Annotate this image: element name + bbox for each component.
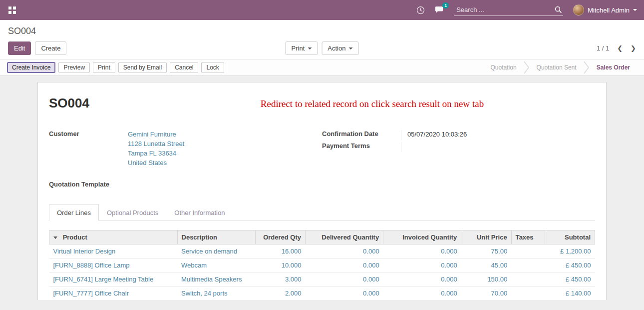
header-taxes[interactable]: Taxes	[511, 230, 545, 244]
cell-product[interactable]: Virtual Interior Design	[49, 244, 178, 258]
print-button[interactable]: Print	[93, 62, 115, 73]
cell-description: Switch, 24 ports	[177, 286, 255, 300]
customer-address-line: Tampa FL 33634	[128, 149, 184, 158]
pager-next-icon[interactable]: ❯	[631, 44, 636, 52]
status-pipeline: Quotation Quotation Sent Sales Order	[484, 61, 637, 74]
payment-terms-value	[401, 142, 407, 152]
table-header-row: Product Description Ordered Qty Delivere…	[49, 230, 595, 244]
cell-taxes	[511, 244, 545, 258]
tab-optional-products[interactable]: Optional Products	[99, 204, 166, 221]
stage-separator-icon	[524, 61, 530, 74]
cancel-button[interactable]: Cancel	[170, 62, 198, 73]
cell-ordered-qty: 2.000	[255, 286, 305, 300]
search-input[interactable]	[455, 6, 555, 14]
cell-delivered-qty: 0.000	[306, 244, 383, 258]
customer-name-link[interactable]: Gemini Furniture	[128, 130, 184, 140]
apps-menu-icon[interactable]	[7, 5, 17, 15]
chevron-down-icon	[633, 9, 637, 11]
notebook-tabs: Order Lines Optional Products Other Info…	[49, 204, 595, 221]
left-field-column: Customer Gemini Furniture 1128 Lunetta S…	[49, 129, 322, 189]
header-delivered-quantity[interactable]: Delivered Quantity	[306, 230, 383, 244]
cell-product[interactable]: [FURN_7777] Office Chair	[49, 286, 178, 300]
cell-unit-price: 150.00	[461, 272, 511, 286]
cell-delivered-qty: 0.000	[306, 286, 383, 300]
cell-unit-price: 75.00	[461, 244, 511, 258]
user-name: Mitchell Admin	[588, 6, 630, 14]
action-dropdown-button[interactable]: Action	[322, 42, 358, 55]
messages-count-badge: 1	[442, 2, 449, 8]
right-field-column: Confirmation Date 05/07/2020 10:03:26 Pa…	[322, 129, 595, 189]
cell-invoiced-qty: 0.000	[383, 286, 461, 300]
header-product[interactable]: Product	[49, 230, 178, 244]
cell-ordered-qty: 10.000	[255, 258, 305, 272]
sale-order-form-sheet: SO004 Redirect to related record on clic…	[37, 82, 607, 300]
cell-subtotal: £ 450.00	[545, 258, 595, 272]
cell-invoiced-qty: 0.000	[383, 258, 461, 272]
cell-taxes	[511, 286, 545, 300]
cell-ordered-qty: 16.000	[255, 244, 305, 258]
stage-quotation[interactable]: Quotation	[484, 64, 524, 71]
page-title: SO004	[49, 96, 89, 111]
confirmation-date-value: 05/07/2020 10:03:26	[401, 130, 467, 140]
create-button[interactable]: Create	[35, 42, 66, 55]
preview-button[interactable]: Preview	[58, 62, 90, 73]
order-lines-table: Product Description Ordered Qty Delivere…	[49, 230, 595, 300]
header-description[interactable]: Description	[177, 230, 255, 244]
table-row[interactable]: [FURN_8888] Office Lamp Webcam 10.000 0.…	[49, 258, 595, 272]
customer-address-line: 1128 Lunetta Street	[128, 140, 184, 149]
stage-quotation-sent[interactable]: Quotation Sent	[530, 64, 584, 71]
header-product-label: Product	[63, 234, 87, 241]
lock-button[interactable]: Lock	[201, 62, 224, 73]
user-menu[interactable]: Mitchell Admin	[573, 4, 637, 16]
header-subtotal[interactable]: Subtotal	[545, 230, 595, 244]
breadcrumb[interactable]: SO004	[8, 26, 636, 36]
header-unit-price[interactable]: Unit Price	[461, 230, 511, 244]
cell-taxes	[511, 272, 545, 286]
table-row[interactable]: Virtual Interior Design Service on deman…	[49, 244, 595, 258]
cell-invoiced-qty: 0.000	[383, 272, 461, 286]
chevron-down-icon	[348, 48, 352, 50]
table-row[interactable]: [FURN_7777] Office Chair Switch, 24 port…	[49, 286, 595, 300]
messages-chat-icon[interactable]: 1	[435, 6, 444, 14]
action-dropdown-label: Action	[327, 44, 345, 52]
quotation-template-label: Quotation Template	[49, 180, 128, 188]
cell-product[interactable]: [FURN_8888] Office Lamp	[49, 258, 178, 272]
customer-value: Gemini Furniture 1128 Lunetta Street Tam…	[128, 130, 184, 168]
form-statusbar: Create Invoice Preview Print Send by Ema…	[0, 59, 644, 76]
cell-product[interactable]: [FURN_6741] Large Meeting Table	[49, 272, 178, 286]
global-search	[454, 4, 563, 16]
customer-address-line: United States	[128, 158, 184, 168]
customer-label: Customer	[49, 130, 128, 168]
tab-order-lines[interactable]: Order Lines	[49, 204, 99, 221]
header-invoiced-quantity[interactable]: Invoiced Quantity	[383, 230, 461, 244]
cell-description: Webcam	[177, 258, 255, 272]
cell-description: Multimedia Speakers	[177, 272, 255, 286]
cell-description: Service on demand	[177, 244, 255, 258]
send-by-email-button[interactable]: Send by Email	[118, 62, 167, 73]
print-dropdown-label: Print	[292, 44, 305, 52]
activities-clock-icon[interactable]	[416, 6, 425, 14]
tab-other-information[interactable]: Other Information	[166, 204, 233, 221]
pager-counter: 1 / 1	[597, 44, 609, 52]
cell-delivered-qty: 0.000	[306, 258, 383, 272]
search-icon[interactable]	[555, 6, 562, 14]
apps-grid-glyph	[8, 6, 16, 14]
header-ordered-qty[interactable]: Ordered Qty	[255, 230, 305, 244]
pager-previous-icon[interactable]: ❮	[617, 44, 623, 52]
cell-subtotal: £ 1,200.00	[545, 244, 595, 258]
list-caret-icon[interactable]	[53, 236, 57, 239]
control-panel: SO004 Edit Create Print Action 1 / 1 ❮ ❯	[0, 20, 644, 59]
record-pager: 1 / 1 ❮ ❯	[597, 44, 636, 52]
stage-sales-order[interactable]: Sales Order	[590, 64, 637, 71]
table-row[interactable]: [FURN_6741] Large Meeting Table Multimed…	[49, 272, 595, 286]
print-dropdown-button[interactable]: Print	[286, 42, 318, 55]
cell-unit-price: 45.00	[461, 258, 511, 272]
cell-ordered-qty: 3.000	[255, 272, 305, 286]
cell-taxes	[511, 258, 545, 272]
stage-separator-icon	[584, 61, 590, 74]
top-navbar: 1 Mitchell Admin	[0, 0, 644, 20]
cell-unit-price: 70.00	[461, 286, 511, 300]
edit-button[interactable]: Edit	[8, 42, 31, 55]
annotation-text: Redirect to related record on click sear…	[201, 98, 484, 110]
create-invoice-button[interactable]: Create Invoice	[7, 62, 55, 73]
